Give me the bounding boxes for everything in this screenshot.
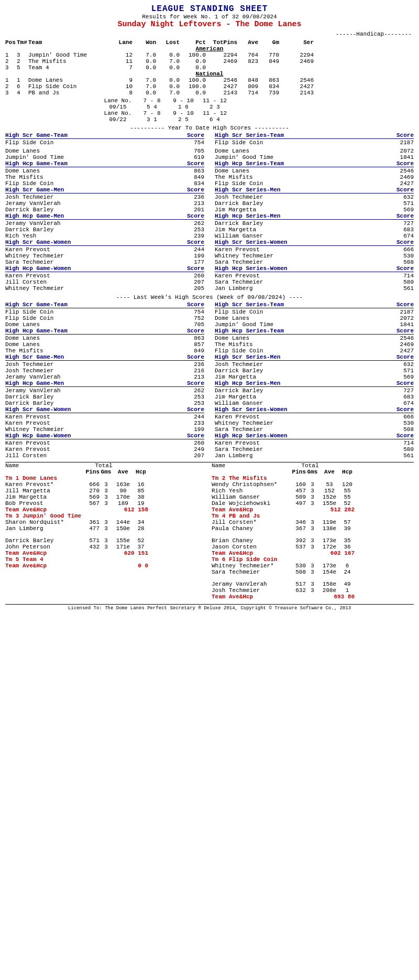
roster-t3-p3: Darrick Barley 571 3 155e 52 <box>5 537 207 544</box>
roster-t4-spacer <box>212 532 414 537</box>
lane-date-2: 09/22 <box>100 116 136 123</box>
roster-total-header-l: Total <box>79 462 129 469</box>
lane-date-1: 09/15 <box>100 104 136 110</box>
roster-team1-header: Tm 1 Dome Lanes <box>5 475 207 481</box>
col-lane-header: Lane <box>112 39 136 46</box>
roster-t4-p2: Paula Chaney 367 3 138e 39 <box>212 525 414 532</box>
roster-left-subheaders: Pins Gms Ave Hcp <box>5 469 207 475</box>
national-team-2: 2 6 Flip Side Coin 10 7.0 0.0 100.0 2427… <box>5 83 414 90</box>
col-pos-header: Pos <box>5 39 17 46</box>
lw-section-4: High Hcp Game-Men Score Jeramy VanVlerah… <box>5 380 414 406</box>
ytd-s1-left: High Scr Game-Team Score Flip Side Coin7… <box>5 132 210 160</box>
roster-t3-spacer <box>5 532 207 537</box>
col-team-header: Team <box>28 39 112 46</box>
lane-val1-1: 5 4 <box>136 104 168 110</box>
ytd-section-4: High Hcp Game-Men Score Jeramy VanVlerah… <box>5 213 414 239</box>
national-team-3: 3 4 PB and Js 8 0.0 7.0 0.0 2143 714 739… <box>5 90 414 96</box>
ytd-s1-left-header: High Scr Game-Team Score <box>5 132 204 139</box>
lane-col1-1: 7 - 8 <box>136 98 168 104</box>
ytd-s1-l1: Flip Side Coin754 <box>5 139 204 146</box>
roster-t6-avehcp: Team Ave&Hcp 693 80 <box>212 594 414 600</box>
lane-val3-2: 6 4 <box>199 116 230 123</box>
roster-right-col-headers: Name Total <box>212 462 414 469</box>
american-team-2: 2 2 The Misfits 11 0.0 7.0 0.0 2469 823 … <box>5 58 414 64</box>
roster-t2-p2: Rich Yesh 457 3 152 55 <box>212 488 414 494</box>
lane-col2-1: 9 - 10 <box>168 98 199 104</box>
roster-t2-avehcp: Team Ave&Hcp 512 282 <box>212 507 414 513</box>
ytd-s2-right-header: High Hcp Series-Team Score <box>215 160 414 167</box>
roster-section: Name Total Pins Gms Ave Hcp Tm 1 Dome La… <box>5 462 414 600</box>
lane-schedule: Lane No. 7 - 8 9 - 10 11 - 12 09/15 5 4 … <box>5 98 414 123</box>
lane-no-label-2: Lane No. <box>100 110 136 116</box>
roster-t3-p2: Jan Limberg 477 3 150e 28 <box>5 525 207 532</box>
roster-t6-p1: Whitney Techmeier* 530 3 173e 6 <box>212 563 414 569</box>
roster-t4-p1: Jill Corsten* 346 3 119e 57 <box>212 519 414 525</box>
lw-section-2: High Hcp Game-Team Score Dome Lanes863 D… <box>5 328 414 354</box>
roster-t1-p3: Jim Margetta 569 3 170e 38 <box>5 494 207 500</box>
national-team-1: 1 1 Dome Lanes 9 7.0 0.0 100.0 2546 848 … <box>5 77 414 83</box>
roster-t1-p4: Bob Prevost 567 3 189 19 <box>5 500 207 507</box>
roster-t1-avehcp: Team Ave&Hcp 612 158 <box>5 507 207 513</box>
american-division-label: American <box>5 46 414 52</box>
lane-val3-1: 2 3 <box>199 104 230 110</box>
lastweek-scores: High Scr Game-Team Score Flip Side Coin7… <box>5 301 414 459</box>
roster-t4-p3: Brian Chaney 392 3 173e 35 <box>212 537 414 544</box>
lane-col3-1: 11 - 12 <box>199 98 230 104</box>
lw-section-6: High Hcp Game-Women Score Karen Prevost2… <box>5 433 414 459</box>
league-name: Sunday Night Leftovers - The Dome Lanes <box>5 20 414 29</box>
ytd-section-2: High Hcp Game-Team Score Dome Lanes863 T… <box>5 160 414 187</box>
ytd-s1-right-header: High Scr Series-Team Score <box>215 132 414 139</box>
ytd-s1-l3: Jumpin' Good Time619 <box>5 154 204 160</box>
lane-col2-2: 9 - 10 <box>168 110 199 116</box>
lane-col1-2: 7 - 8 <box>136 110 168 116</box>
lane-val2-1: 1 6 <box>168 104 199 110</box>
roster-t6-p2: Sara Techmeier 508 3 154e 24 <box>212 569 414 575</box>
roster-team4-header: Tm 4 PB and Js <box>212 513 414 519</box>
ytd-section-6: High Hcp Game-Women Score Karen Prevost2… <box>5 265 414 292</box>
ytd-s1-l2: Dome Lanes705 <box>5 148 204 154</box>
lane-col3-2: 11 - 12 <box>199 110 230 116</box>
lw-section-5: High Scr Game-Women Score Karen Prevost2… <box>5 406 414 433</box>
page-title: LEAGUE STANDING SHEET <box>5 4 414 14</box>
ytd-label: ---------- Year To Date High Scores ----… <box>5 125 414 131</box>
subtitle: Results for Week No. 1 of 32 09/08/2024 <box>5 14 414 20</box>
roster-t4-avehcp: Team Ave&Hcp 602 167 <box>212 550 414 556</box>
national-division-label: National <box>5 71 414 77</box>
ytd-s1-r3: Jumpin' Good Time1841 <box>215 154 414 160</box>
col-tm-header: Tm# <box>17 39 28 46</box>
roster-right: Name Total Pins Gms Ave Hcp Tm 2 The Mis… <box>210 462 414 600</box>
lw-section-1: High Scr Game-Team Score Flip Side Coin7… <box>5 301 414 328</box>
roster-team5-header: Tm 5 Team 4 <box>5 556 207 563</box>
roster-t1-p2: Jill Margetta 270 3 90 85 <box>5 488 207 494</box>
ytd-s1-right: High Scr Series-Team Score Flip Side Coi… <box>210 132 414 160</box>
ytd-s2-left: High Hcp Game-Team Score Dome Lanes863 T… <box>5 160 210 187</box>
roster-t2-p4: Dale Wojciehowski 497 3 155e 52 <box>212 500 414 507</box>
ytd-section-3: High Scr Game-Men Score Josh Techmeier23… <box>5 187 414 213</box>
col-won-header: Won <box>136 39 159 46</box>
footer: Licensed To: The Dome Lanes Perfect Secr… <box>5 604 414 611</box>
roster-t3-p4: John Peterson 432 3 171e 37 <box>5 544 207 550</box>
roster-left-col-headers: Name Total <box>5 462 207 469</box>
standings-area: ------Handicap-------- Pos Tm# Team Lane… <box>5 31 414 96</box>
handicap-header: ------Handicap-------- <box>5 31 414 37</box>
col-ser-header: Ser <box>282 39 314 46</box>
col-pct-header: Pct <box>183 39 209 46</box>
lw-section-3: High Scr Game-Men Score Josh Techmeier23… <box>5 354 414 380</box>
ytd-s1-r1: Flip Side Coin2187 <box>215 139 414 146</box>
roster-t3-p1: Sharon Nordquist* 361 3 144e 34 <box>5 519 207 525</box>
roster-total-header-r: Total <box>285 462 335 469</box>
page: LEAGUE STANDING SHEET Results for Week N… <box>0 0 419 615</box>
roster-team2-header: Tm 2 The Misfits <box>212 475 414 481</box>
roster-t2-p3: William Ganser 509 3 152e 55 <box>212 494 414 500</box>
roster-t1-p1: Karen Prevost* 666 3 163e 16 <box>5 481 207 488</box>
roster-name-header-l: Name <box>5 462 79 469</box>
american-team-1: 1 3 Jumpin' Good Time 12 7.0 0.0 100.0 2… <box>5 52 414 58</box>
ytd-section-1: High Scr Game-Team Score Flip Side Coin7… <box>5 132 414 160</box>
lastweek-label: ---- Last Week's High Scores (Week of 09… <box>5 294 414 300</box>
roster-name-header-r: Name <box>212 462 285 469</box>
ytd-s1-r2: Dome Lanes2072 <box>215 148 414 154</box>
col-ave-header: Ave <box>240 39 261 46</box>
roster-t5-avehcp: Team Ave&Hcp 0 0 <box>5 563 207 569</box>
roster-left: Name Total Pins Gms Ave Hcp Tm 1 Dome La… <box>5 462 210 600</box>
roster-team6-header: Tm 6 Flip Side Coin <box>212 556 414 563</box>
